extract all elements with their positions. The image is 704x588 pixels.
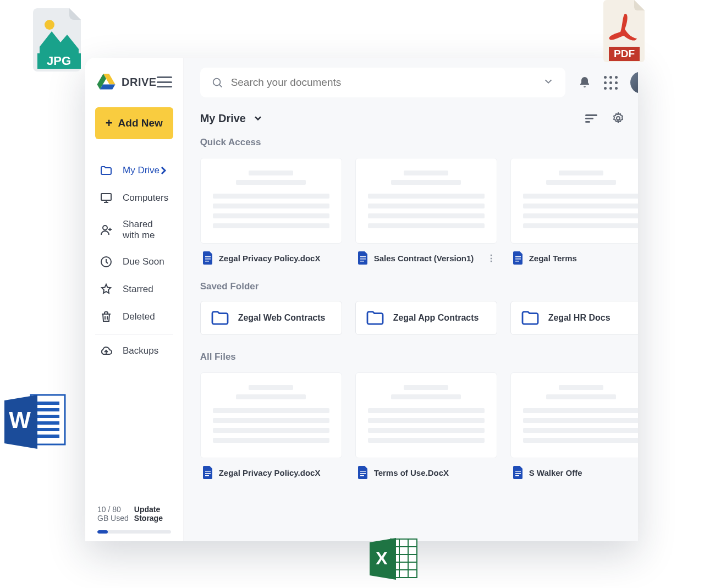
doc-card[interactable]: Zegal Privacy Policy.docX [200,158,342,265]
search-box[interactable] [200,68,565,97]
search-dropdown-toggle[interactable] [542,75,554,90]
nav-label: Due Soon [123,256,164,267]
doc-card[interactable]: Sales Contract (Version1)⋮ [355,158,497,265]
topbar [184,58,638,107]
svg-rect-34 [360,261,364,262]
trash-icon [100,310,113,323]
folder-card[interactable]: Zegal HR Docs [510,301,638,335]
sidebar-item-deleted[interactable]: Deleted [95,303,173,331]
storage-used-text: 10 / 80 GB Used [97,505,134,523]
all-files-row: Zegal Privacy Policy.docX Terms of Use.D… [200,372,638,479]
apps-button[interactable] [604,75,618,90]
saved-folder-row: Zegal Web Contracts Zegal App Contracts … [200,301,638,335]
svg-rect-33 [360,259,366,260]
apps-grid-icon [604,76,618,90]
folder-card[interactable]: Zegal Web Contracts [200,301,342,335]
chevron-right-icon [157,164,170,177]
cloud-icon [100,344,113,358]
doc-name: Zegal Terms [529,254,638,263]
doc-more-button[interactable]: ⋮ [487,253,495,263]
notifications-button[interactable] [578,75,592,90]
sidebar-item-starred[interactable]: Starred [95,276,173,303]
nav-label: Shared with me [123,219,169,241]
svg-text:PDF: PDF [614,48,635,59]
svg-rect-8 [36,415,59,418]
svg-rect-6 [36,402,59,405]
menu-toggle-button[interactable] [157,76,172,87]
storage-bar-fill [97,530,108,534]
svg-rect-40 [205,475,209,476]
folder-icon [366,310,384,326]
document-icon [513,251,524,265]
doc-preview [355,372,497,458]
svg-point-24 [213,79,220,86]
storage-info: 10 / 80 GB Used Update Storage [95,505,173,526]
svg-rect-37 [515,261,519,262]
sidebar-item-my-drive[interactable]: My Drive [95,157,173,184]
folder-icon [521,310,540,326]
plus-icon: + [106,116,113,130]
doc-preview [510,372,638,458]
folder-card[interactable]: Zegal App Contracts [355,301,497,335]
doc-name: Zegal Privacy Policy.docX [219,468,340,477]
jpg-file-deco-icon: JPG [33,8,85,72]
document-icon [513,466,524,479]
doc-preview [200,158,342,244]
doc-card[interactable]: Zegal Terms [510,158,638,265]
svg-point-22 [103,226,107,230]
app-logo: DRIVE [96,73,157,91]
svg-rect-29 [205,256,211,257]
doc-card[interactable]: Terms of Use.DocX [355,372,497,479]
svg-rect-36 [515,259,521,260]
doc-name: S Walker Offe [529,468,638,477]
search-icon [211,76,223,89]
sort-button[interactable] [585,114,597,123]
folder-name: Zegal HR Docs [548,313,610,323]
svg-rect-42 [360,473,366,474]
doc-name: Terms of Use.DocX [374,468,495,477]
nav-label: My Drive [123,165,160,176]
folder-name: Zegal Web Contracts [238,313,326,323]
document-icon [358,466,369,479]
svg-rect-43 [360,475,364,476]
svg-rect-35 [515,256,521,257]
svg-rect-30 [205,259,211,260]
sidebar-item-shared[interactable]: Shared with me [95,212,173,248]
breadcrumb[interactable]: My Drive [200,112,263,125]
section-title-all-files: All Files [200,351,638,362]
nav-label: Backups [123,345,158,356]
doc-card[interactable]: S Walker Offe [510,372,638,479]
sidebar-item-backups[interactable]: Backups [95,334,173,365]
svg-rect-45 [515,473,521,474]
drive-logo-icon [96,73,116,91]
sidebar-item-computers[interactable]: Computers [95,184,173,212]
add-new-label: Add New [118,117,163,129]
svg-rect-10 [36,428,59,431]
svg-rect-39 [205,473,211,474]
sidebar-item-due-soon[interactable]: Due Soon [95,248,173,276]
search-input[interactable] [231,76,535,89]
storage-bar [97,530,171,534]
star-icon [100,283,113,296]
user-avatar[interactable] [630,72,638,94]
section-title-quick-access: Quick Access [200,137,638,148]
chevron-down-icon [252,113,263,124]
sidebar: DRIVE + Add New My Drive Computers Share… [85,58,184,541]
excel-file-deco-icon: X [370,535,419,584]
update-storage-link[interactable]: Update Storage [134,505,171,523]
folder-name: Zegal App Contracts [393,313,479,323]
svg-point-0 [45,20,54,30]
nav-label: Starred [123,284,153,295]
svg-text:W: W [9,407,31,433]
add-new-button[interactable]: + Add New [95,107,173,139]
doc-card[interactable]: Zegal Privacy Policy.docX [200,372,342,479]
document-icon [358,251,369,265]
shared-icon [100,223,113,237]
content-area: My Drive Quick Access Zegal Privacy Poli… [184,107,638,496]
bell-icon [578,76,591,89]
settings-button[interactable] [612,112,625,125]
svg-rect-41 [360,471,366,472]
nav-label: Deleted [123,311,155,322]
doc-preview [510,158,638,244]
clock-icon [100,255,113,268]
